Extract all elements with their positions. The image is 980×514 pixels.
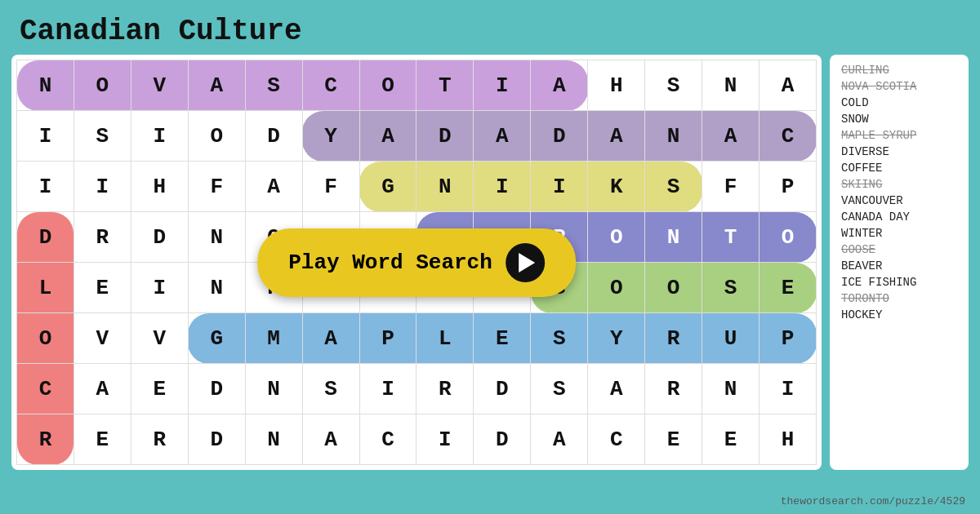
word-list-item: TORONTO [841, 291, 957, 306]
grid-cell: Y [588, 313, 645, 364]
grid-cell: S [702, 263, 760, 313]
grid-cell: C [759, 111, 816, 162]
grid-cell: N [702, 60, 760, 111]
word-list-item: VANCOUVER [841, 193, 957, 208]
word-list-item: SKIING [841, 177, 957, 192]
grid-cell: E [474, 313, 531, 364]
grid-cell: D [474, 364, 531, 414]
grid-cell: A [302, 414, 359, 465]
page-title: Canadian Culture [0, 0, 980, 55]
grid-cell: A [188, 60, 245, 111]
play-button-label: Play Word Search [288, 250, 492, 275]
grid-cell: D [131, 212, 188, 263]
grid-cell: M [245, 313, 302, 364]
grid-cell: P [759, 313, 816, 364]
grid-cell: I [131, 111, 188, 162]
grid-cell: I [474, 162, 531, 212]
grid-cell: F [302, 162, 359, 212]
word-list-item: HOCKEY [841, 308, 957, 322]
grid-cell: V [131, 313, 188, 364]
grid-cell: E [645, 414, 702, 465]
grid-cell: I [359, 364, 416, 414]
grid-cell: R [74, 212, 131, 263]
grid-cell: S [245, 60, 302, 111]
grid-cell: E [759, 263, 816, 313]
grid-cell: I [531, 162, 588, 212]
word-list-item: GOOSE [841, 242, 957, 257]
play-triangle-icon [519, 253, 535, 273]
grid-cell: P [359, 313, 416, 364]
footer-url: thewordsearch.com/puzzle/4529 [781, 495, 965, 507]
grid-cell: A [245, 162, 302, 212]
grid-cell: R [131, 414, 188, 465]
grid-cell: E [702, 414, 760, 465]
grid-cell: K [588, 162, 645, 212]
grid-cell: S [302, 364, 359, 414]
grid-cell: D [245, 111, 302, 162]
grid-cell: V [74, 313, 131, 364]
grid-cell: O [588, 212, 645, 263]
word-list-item: ICE FISHING [841, 275, 957, 290]
grid-cell: S [74, 111, 131, 162]
grid-cell: A [531, 414, 588, 465]
grid-row: NOVASCOTIAHSNA [17, 60, 817, 111]
grid-cell: N [702, 364, 760, 414]
grid-cell: C [302, 60, 359, 111]
grid-cell: C [359, 414, 416, 465]
grid-cell: S [531, 313, 588, 364]
grid-cell: I [17, 162, 74, 212]
grid-cell: N [416, 162, 474, 212]
grid-cell: A [74, 364, 131, 414]
grid-cell: Y [302, 111, 359, 162]
grid-cell: T [416, 60, 474, 111]
grid-cell: A [531, 60, 588, 111]
grid-cell: A [302, 313, 359, 364]
word-list-panel: CURLINGNOVA SCOTIACOLDSNOWMAPLE SYRUPDIV… [830, 55, 969, 470]
grid-cell: F [188, 162, 245, 212]
grid-cell: O [17, 313, 74, 364]
grid-cell: O [359, 60, 416, 111]
grid-cell: G [188, 313, 245, 364]
grid-cell: N [645, 111, 702, 162]
grid-cell: U [702, 313, 760, 364]
grid-cell: L [416, 313, 474, 364]
grid-cell: I [74, 162, 131, 212]
grid-cell: A [759, 60, 816, 111]
grid-cell: A [359, 111, 416, 162]
grid-cell: C [588, 414, 645, 465]
grid-cell: H [759, 414, 816, 465]
grid-cell: S [645, 162, 702, 212]
grid-cell: F [702, 162, 760, 212]
grid-cell: D [474, 414, 531, 465]
grid-cell: N [188, 212, 245, 263]
word-list-item: NOVA SCOTIA [841, 79, 957, 94]
grid-cell: H [131, 162, 188, 212]
grid-cell: N [17, 60, 74, 111]
grid-cell: D [188, 364, 245, 414]
grid-cell: N [645, 212, 702, 263]
grid-cell: A [702, 111, 760, 162]
grid-cell: I [17, 111, 74, 162]
grid-cell: E [74, 263, 131, 313]
play-icon [506, 243, 545, 282]
grid-cell: V [131, 60, 188, 111]
word-list-item: CANADA DAY [841, 210, 957, 224]
grid-cell: O [645, 263, 702, 313]
grid-cell: T [702, 212, 760, 263]
grid-cell: N [245, 364, 302, 414]
grid-cell: E [131, 364, 188, 414]
grid-cell: I [759, 364, 816, 414]
grid-cell: D [416, 111, 474, 162]
grid-cell: H [588, 60, 645, 111]
word-list-item: COLD [841, 95, 957, 110]
grid-cell: C [17, 364, 74, 414]
play-word-search-button[interactable]: Play Word Search [257, 228, 576, 297]
grid-row: IIHFAFGNIIKSFP [17, 162, 817, 212]
word-list-item: DIVERSE [841, 144, 957, 159]
grid-cell: A [588, 364, 645, 414]
grid-cell: A [474, 111, 531, 162]
grid-cell: A [588, 111, 645, 162]
grid-cell: E [74, 414, 131, 465]
grid-row: OVVGMAPLESYRUP [17, 313, 817, 364]
grid-cell: R [645, 313, 702, 364]
